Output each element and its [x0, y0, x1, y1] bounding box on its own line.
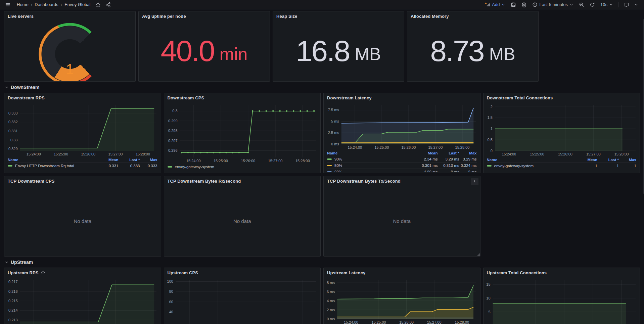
- stat-unit: MB: [355, 45, 381, 63]
- section-downstream[interactable]: DownStream: [5, 84, 640, 90]
- collapse-nav-button[interactable]: [633, 2, 639, 7]
- panel-title[interactable]: TCP Downstream Bytes Rx/second: [168, 179, 241, 184]
- svg-text:0.3: 0.3: [172, 109, 177, 113]
- panel-title[interactable]: Downstream Latency: [327, 95, 372, 100]
- legend-row: 90%2.34 ms3.29 ms3.29 ms: [327, 156, 477, 162]
- chart-legend: NameMeanLast *Max90%2.34 ms3.29 ms3.29 m…: [327, 150, 477, 172]
- chevron-down-icon: [634, 3, 638, 7]
- chevron-down-icon: [5, 86, 8, 89]
- svg-text:7.5 ms: 7.5 ms: [328, 108, 339, 112]
- panel-resize-handle[interactable]: [477, 253, 480, 256]
- panel-title[interactable]: TCP Downstream CPS: [8, 179, 55, 184]
- refresh-button[interactable]: [589, 1, 596, 8]
- svg-text:15:28:00: 15:28:00: [455, 145, 470, 149]
- monitor-icon: [624, 2, 629, 7]
- save-icon: [511, 2, 516, 7]
- svg-text:2: 2: [490, 105, 492, 109]
- menu-toggle-button[interactable]: [4, 1, 11, 8]
- svg-text:15:27:00: 15:27:00: [427, 320, 442, 324]
- panel-title[interactable]: Avg uptime per node: [142, 14, 186, 19]
- svg-text:1: 1: [490, 127, 492, 131]
- clock-icon: [532, 2, 538, 7]
- add-button-label: Add: [492, 2, 500, 7]
- timeseries-chart[interactable]: 15:24:0015:25:0015:26:0015:27:0015:28:00…: [5, 102, 160, 157]
- panel-title[interactable]: TCP Downstream Bytes Tx/Second: [327, 179, 401, 184]
- gauge-value: 1: [38, 61, 102, 77]
- series-color-swatch: [327, 158, 332, 160]
- breadcrumb-dashboards[interactable]: Dashboards: [35, 2, 58, 7]
- panel-title[interactable]: Downstream RPS: [8, 95, 45, 100]
- svg-text:0.299: 0.299: [168, 119, 177, 123]
- series-color-swatch: [8, 165, 12, 167]
- panel-title[interactable]: Upstream CPS: [168, 270, 198, 275]
- chevron-right-icon: ›: [29, 2, 35, 7]
- dashboard-settings-button[interactable]: [520, 1, 528, 8]
- svg-text:15:28:00: 15:28:00: [455, 320, 469, 324]
- stat-value: 8.73: [430, 36, 484, 66]
- panel-downstream-total-connections: Downstream Total Connections 15:24:0015:…: [483, 93, 640, 173]
- share-button[interactable]: [104, 1, 112, 8]
- zoom-out-icon: [579, 2, 584, 7]
- refresh-icon: [590, 2, 595, 7]
- series-name[interactable]: 99%: [334, 170, 342, 172]
- series-name[interactable]: Envoy HTTP Downstream Rq total: [15, 164, 74, 168]
- svg-text:15:28:00: 15:28:00: [295, 159, 310, 163]
- panel-title[interactable]: Allocated Memory: [411, 14, 449, 19]
- panel-title[interactable]: Upstream Latency: [327, 270, 365, 275]
- page-scrollbar[interactable]: [643, 19, 644, 194]
- tv-mode-button[interactable]: [623, 1, 630, 8]
- panel-title[interactable]: Heap Size: [276, 14, 297, 19]
- add-button[interactable]: Add: [484, 1, 506, 8]
- svg-text:15:28:00: 15:28:00: [614, 152, 629, 156]
- panel-title[interactable]: Upstream Total Connections: [487, 270, 547, 275]
- svg-text:2.5 ms: 2.5 ms: [328, 131, 339, 135]
- svg-text:15:27:00: 15:27:00: [428, 145, 443, 149]
- timeseries-chart[interactable]: 15:24:0015:25:0015:26:0015:27:0015:28:00…: [165, 102, 320, 164]
- timeseries-chart[interactable]: 15:24:0015:25:0015:26:0015:27:0015:28:00…: [484, 277, 639, 324]
- svg-text:0.333: 0.333: [8, 111, 18, 115]
- svg-text:0.298: 0.298: [168, 129, 177, 133]
- nav-divider: [618, 2, 618, 7]
- section-upstream[interactable]: UpStream: [5, 259, 640, 265]
- timeseries-chart[interactable]: 15:24:0015:25:0015:26:0015:27:0015:28:00…: [484, 102, 639, 157]
- legend-row: 50%0.301 ms0.313 ms0.324 ms: [327, 162, 477, 169]
- timeseries-chart[interactable]: 15:24:0015:25:0015:26:0015:27:0015:28:00…: [324, 277, 479, 324]
- svg-text:5: 5: [488, 310, 490, 314]
- series-name[interactable]: envoy-gateway-system: [494, 164, 534, 168]
- timeseries-chart[interactable]: 15:24:0015:25:0015:26:0015:27:0015:28:00…: [324, 102, 479, 150]
- time-range-picker[interactable]: Last 5 minutes: [531, 1, 574, 8]
- panel-title[interactable]: Upstream RPS: [8, 270, 39, 275]
- panel-tcp-downstream-tx: TCP Downstream Bytes Tx/Second No data: [323, 176, 480, 257]
- svg-text:15:25:00: 15:25:00: [54, 152, 68, 156]
- refresh-interval-picker[interactable]: 10s: [599, 1, 614, 8]
- panel-upstream-latency: Upstream Latency 15:24:0015:25:0015:26:0…: [323, 268, 480, 324]
- panel-title[interactable]: Downstream CPS: [168, 95, 204, 100]
- svg-text:15:27:00: 15:27:00: [268, 159, 282, 163]
- svg-text:0.297: 0.297: [168, 139, 177, 143]
- chevron-down-icon: [5, 261, 8, 264]
- favorite-star-button[interactable]: [94, 1, 102, 8]
- series-name[interactable]: 50%: [334, 164, 342, 168]
- add-panel-icon: [485, 2, 490, 7]
- legend-row: 99%4.89 ms8 ms8 ms: [327, 169, 477, 172]
- timeseries-chart[interactable]: 15:24:0015:25:0015:26:0015:27:0015:28:00…: [165, 277, 320, 324]
- panel-downstream-rps: Downstream RPS 15:24:0015:25:0015:26:001…: [4, 93, 161, 173]
- svg-text:0.332: 0.332: [8, 120, 18, 124]
- series-name[interactable]: envoy-gateway-system: [175, 165, 215, 169]
- breadcrumb-current[interactable]: Envoy Global: [64, 2, 90, 7]
- chart-legend: NameMeanLast *MaxEnvoy HTTP Downstream R…: [8, 157, 157, 172]
- breadcrumb-home[interactable]: Home: [17, 2, 29, 7]
- legend-row: Envoy HTTP Downstream Rq total0.3310.333…: [8, 163, 157, 169]
- panel-title[interactable]: Live servers: [8, 14, 34, 19]
- zoom-out-button[interactable]: [578, 1, 585, 8]
- info-icon[interactable]: [41, 271, 45, 275]
- save-dashboard-button[interactable]: [510, 1, 517, 8]
- series-name[interactable]: 90%: [334, 157, 342, 161]
- legend-item: envoy-gateway-system: [168, 165, 317, 169]
- svg-text:15:25:00: 15:25:00: [213, 159, 228, 163]
- svg-text:80: 80: [169, 289, 173, 293]
- svg-text:15:24:00: 15:24:00: [27, 152, 41, 156]
- timeseries-chart[interactable]: 15:24:0015:25:0015:26:0015:27:0015:28:00…: [5, 277, 160, 324]
- panel-menu-button[interactable]: [471, 178, 478, 185]
- panel-title[interactable]: Downstream Total Connections: [487, 95, 553, 100]
